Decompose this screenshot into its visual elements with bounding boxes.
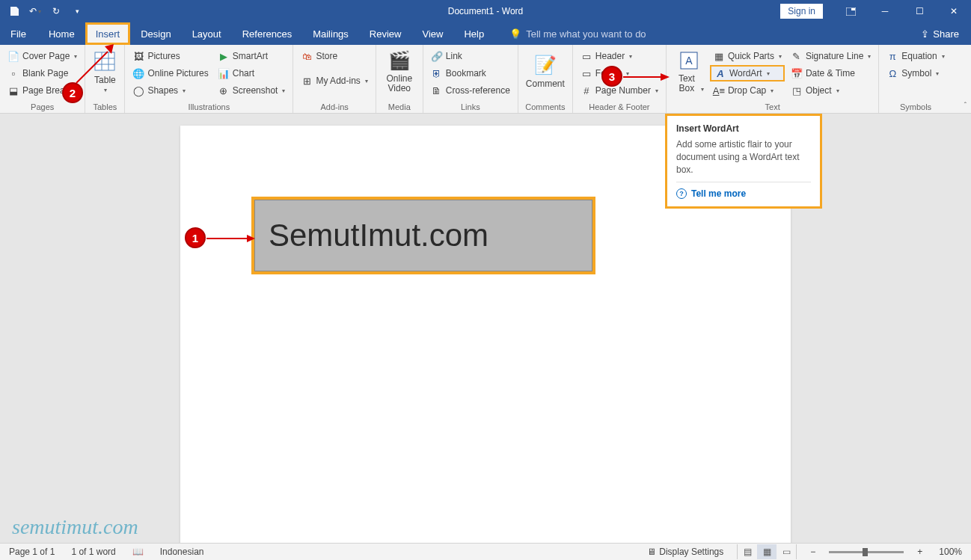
online-pictures-button[interactable]: 🌐Online Pictures bbox=[129, 65, 211, 81]
chart-icon: 📊 bbox=[218, 67, 230, 79]
signature-icon: ✎ bbox=[791, 50, 803, 62]
svg-line-11 bbox=[76, 52, 108, 83]
tooltip-tell-me-more[interactable]: ? Tell me more bbox=[676, 182, 811, 199]
smartart-button[interactable]: ▶SmartArt bbox=[215, 48, 289, 64]
bookmark-icon: ⛨ bbox=[431, 67, 443, 79]
text-box-icon: A bbox=[677, 49, 701, 73]
callout-1: 1 bbox=[185, 227, 206, 248]
sign-in-button[interactable]: Sign in bbox=[780, 4, 823, 19]
group-addins: 🛍Store ⊞My Add-ins▾ Add-ins bbox=[293, 45, 376, 113]
zoom-slider[interactable] bbox=[829, 551, 904, 553]
close-button[interactable]: ✕ bbox=[937, 0, 971, 22]
comment-icon: 📝 bbox=[533, 53, 557, 77]
tab-review[interactable]: Review bbox=[359, 22, 412, 45]
cross-reference-button[interactable]: 🗎Cross-reference bbox=[428, 82, 513, 99]
cover-page-button[interactable]: 📄Cover Page▾ bbox=[4, 48, 80, 64]
group-illustrations-label: Illustrations bbox=[128, 101, 290, 113]
document-title: Document1 - Word bbox=[448, 6, 523, 16]
tab-help[interactable]: Help bbox=[453, 22, 494, 45]
proofing-icon: 📖 bbox=[132, 547, 144, 557]
page-number-button[interactable]: #Page Number▾ bbox=[578, 82, 661, 99]
display-settings-button[interactable]: 🖥Display Settings bbox=[644, 545, 726, 559]
tab-view[interactable]: View bbox=[411, 22, 453, 45]
group-links: 🔗Link ⛨Bookmark 🗎Cross-reference Links bbox=[423, 45, 518, 113]
date-time-icon: 📅 bbox=[791, 67, 803, 79]
chart-button[interactable]: 📊Chart bbox=[215, 65, 289, 81]
qat-customize-button[interactable]: ▾ bbox=[67, 1, 87, 21]
online-pictures-icon: 🌐 bbox=[132, 67, 144, 79]
tab-references[interactable]: References bbox=[232, 22, 302, 45]
online-video-button[interactable]: 🎬 Online Video bbox=[379, 46, 420, 96]
my-addins-button[interactable]: ⊞My Add-ins▾ bbox=[298, 73, 370, 89]
group-text: A Text Box▾ ▦Quick Parts▾ AWordArt▾ A≡Dr… bbox=[667, 45, 879, 113]
addins-icon: ⊞ bbox=[301, 75, 313, 87]
smartart-icon: ▶ bbox=[218, 50, 230, 62]
svg-marker-14 bbox=[661, 73, 670, 81]
header-button[interactable]: ▭Header▾ bbox=[578, 48, 661, 64]
link-button[interactable]: 🔗Link bbox=[428, 48, 513, 64]
tab-design[interactable]: Design bbox=[130, 22, 181, 45]
collapse-ribbon-button[interactable]: ˆ bbox=[964, 102, 967, 110]
status-proofing[interactable]: 📖 bbox=[129, 545, 147, 559]
ribbon-display-options-button[interactable] bbox=[833, 0, 868, 22]
undo-button[interactable]: ↶▾ bbox=[25, 1, 45, 21]
document-area: SemutImut.com bbox=[0, 114, 971, 543]
tab-insert[interactable]: Insert bbox=[85, 22, 131, 45]
tab-mailings[interactable]: Mailings bbox=[302, 22, 359, 45]
tell-me-search[interactable]: 💡 Tell me what you want to do bbox=[509, 22, 646, 45]
pictures-button[interactable]: 🖼Pictures bbox=[129, 48, 211, 64]
status-language[interactable]: Indonesian bbox=[157, 545, 207, 559]
date-time-button[interactable]: 📅Date & Time bbox=[788, 65, 874, 81]
link-icon: 🔗 bbox=[431, 50, 443, 62]
equation-button[interactable]: πEquation▾ bbox=[883, 48, 947, 64]
store-button[interactable]: 🛍Store bbox=[298, 48, 370, 64]
tooltip-title: Insert WordArt bbox=[676, 123, 811, 134]
text-box-content: SemutImut.com bbox=[269, 218, 488, 253]
quick-parts-button[interactable]: ▦Quick Parts▾ bbox=[710, 48, 785, 64]
wordart-icon: A bbox=[714, 67, 726, 79]
cover-page-icon: 📄 bbox=[7, 50, 19, 62]
text-box-button[interactable]: A Text Box▾ bbox=[670, 46, 708, 96]
minimize-button[interactable]: ─ bbox=[868, 0, 902, 22]
group-addins-label: Add-ins bbox=[296, 101, 372, 113]
tab-home[interactable]: Home bbox=[38, 22, 85, 45]
status-page[interactable]: Page 1 of 1 bbox=[6, 545, 58, 559]
group-symbols: πEquation▾ ΩSymbol▾ Symbols bbox=[879, 45, 952, 113]
drop-cap-icon: A≡ bbox=[713, 84, 725, 96]
read-mode-button[interactable]: ▤ bbox=[738, 544, 757, 559]
status-bar: Page 1 of 1 1 of 1 word 📖 Indonesian 🖥Di… bbox=[0, 543, 971, 560]
object-button[interactable]: ◳Object▾ bbox=[788, 82, 874, 99]
equation-icon: π bbox=[886, 50, 898, 62]
text-box-object[interactable]: SemutImut.com bbox=[254, 200, 592, 271]
maximize-button[interactable]: ☐ bbox=[902, 0, 937, 22]
svg-rect-1 bbox=[851, 8, 855, 10]
arrow-2 bbox=[75, 43, 120, 87]
wordart-button[interactable]: AWordArt▾ bbox=[710, 65, 785, 81]
title-bar: ↶▾ ↻ ▾ Document1 - Word Sign in ─ ☐ ✕ bbox=[0, 0, 971, 22]
tab-file[interactable]: File bbox=[0, 22, 37, 45]
zoom-out-button[interactable]: − bbox=[807, 545, 818, 559]
blank-page-button[interactable]: ▫Blank Page bbox=[4, 65, 80, 81]
header-icon: ▭ bbox=[581, 50, 592, 62]
quick-access-toolbar: ↶▾ ↻ ▾ bbox=[0, 1, 87, 21]
drop-cap-button[interactable]: A≡Drop Cap▾ bbox=[710, 82, 785, 99]
group-header-footer-label: Header & Footer bbox=[576, 101, 663, 113]
save-button[interactable] bbox=[4, 1, 24, 21]
print-layout-button[interactable]: ▦ bbox=[757, 544, 777, 559]
tab-layout[interactable]: Layout bbox=[182, 22, 232, 45]
zoom-in-button[interactable]: + bbox=[914, 545, 925, 559]
share-button[interactable]: ⇪ Share bbox=[909, 22, 971, 45]
screenshot-button[interactable]: ⊕Screenshot▾ bbox=[215, 82, 289, 99]
page-break-icon: ⬓ bbox=[7, 84, 19, 96]
status-word-count[interactable]: 1 of 1 word bbox=[68, 545, 118, 559]
symbol-button[interactable]: ΩSymbol▾ bbox=[883, 65, 947, 81]
redo-button[interactable]: ↻ bbox=[46, 1, 66, 21]
shapes-button[interactable]: ◯Shapes▾ bbox=[129, 82, 211, 99]
comment-button[interactable]: 📝 Comment bbox=[521, 46, 569, 96]
group-comments-label: Comments bbox=[521, 101, 569, 113]
bookmark-button[interactable]: ⛨Bookmark bbox=[428, 65, 513, 81]
signature-line-button[interactable]: ✎Signature Line▾ bbox=[788, 48, 874, 64]
zoom-level[interactable]: 100% bbox=[936, 545, 965, 559]
ribbon: 📄Cover Page▾ ▫Blank Page ⬓Page Break Pag… bbox=[0, 45, 971, 114]
web-layout-button[interactable]: ▭ bbox=[777, 544, 796, 559]
